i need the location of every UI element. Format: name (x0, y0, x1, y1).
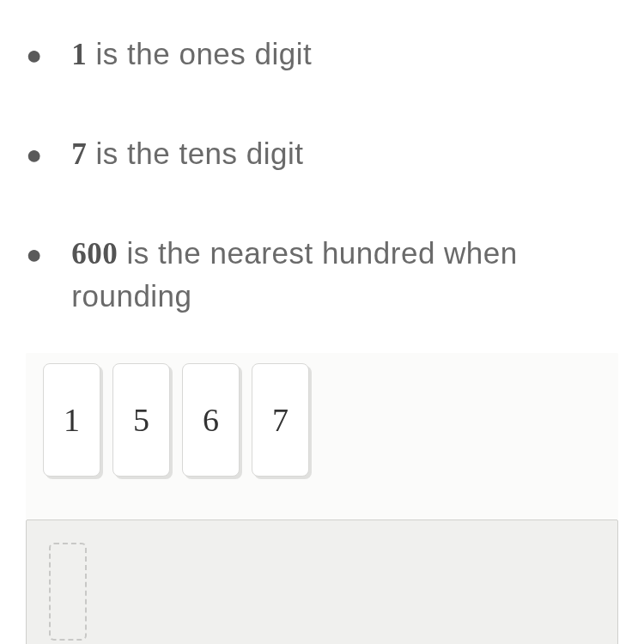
clue-desc: is the nearest hundred when rounding (71, 236, 517, 313)
clue-desc: is the ones digit (87, 37, 312, 70)
bullet-icon: ● (26, 36, 42, 75)
bullet-icon: ● (26, 235, 42, 274)
clue-number: 600 (71, 237, 118, 270)
clue-item: ● 1 is the ones digit (26, 33, 618, 76)
clue-list: ● 1 is the ones digit ● 7 is the tens di… (26, 33, 618, 317)
tiles-row: 1 5 6 7 (43, 363, 601, 477)
number-tile[interactable]: 6 (182, 363, 240, 477)
bullet-icon: ● (26, 136, 42, 174)
clue-number: 1 (71, 38, 87, 71)
clue-item: ● 7 is the tens digit (26, 132, 618, 175)
clue-number: 7 (71, 137, 87, 171)
clue-text: 1 is the ones digit (71, 33, 618, 76)
number-tile[interactable]: 1 (43, 363, 100, 477)
tile-tray: 1 5 6 7 (26, 353, 618, 519)
clue-text: 600 is the nearest hundred when rounding (71, 232, 618, 317)
clue-item: ● 600 is the nearest hundred when roundi… (26, 232, 618, 317)
answer-drop-area[interactable] (26, 519, 618, 644)
number-tile[interactable]: 5 (112, 363, 170, 477)
number-tile[interactable]: 7 (252, 363, 309, 477)
drop-slot[interactable] (49, 543, 87, 641)
clue-text: 7 is the tens digit (71, 132, 618, 175)
clue-desc: is the tens digit (87, 137, 303, 170)
